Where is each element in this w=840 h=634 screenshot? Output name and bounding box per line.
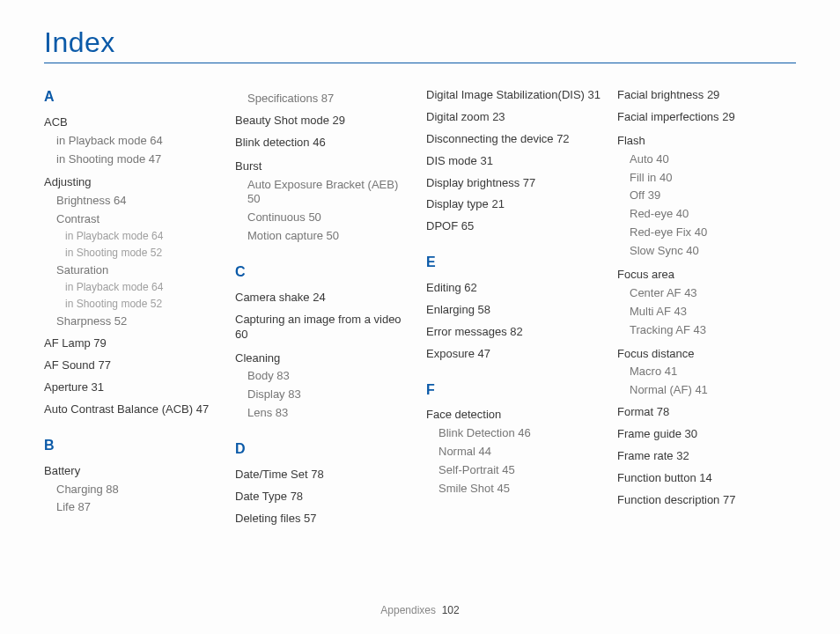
entry-specifications: Specifications 87: [235, 92, 414, 107]
entry-face-detection: Face detection: [426, 408, 605, 423]
entry-function-button: Function button 14: [617, 471, 796, 486]
entry-sharpness: Sharpness 52: [44, 314, 223, 329]
entry-burst: Burst: [235, 159, 414, 174]
entry-normal-af: Normal (AF) 41: [617, 383, 796, 398]
entry-saturation: Saturation: [44, 263, 223, 278]
entry-digital-zoom: Digital zoom 23: [426, 110, 605, 125]
entry-normal: Normal 44: [426, 445, 605, 460]
entry-flash-redeye-fix: Red-eye Fix 40: [617, 225, 796, 240]
entry-capture-image: Capturing an image from a video 60: [235, 313, 414, 343]
page-footer: Appendixes 102: [44, 595, 796, 616]
entry-contrast: Contrast: [44, 212, 223, 227]
index-columns: A ACB in Playback mode 64 in Shooting mo…: [44, 88, 796, 595]
page-title: Index: [44, 26, 796, 63]
letter-d: D: [235, 440, 414, 459]
entry-editing: Editing 62: [426, 281, 605, 296]
entry-smile-shot: Smile Shot 45: [426, 482, 605, 497]
entry-function-description: Function description 77: [617, 493, 796, 508]
entry-date-type: Date Type 78: [235, 490, 414, 505]
entry-enlarging: Enlarging 58: [426, 303, 605, 318]
entry-blink-detection: Blink detection 46: [235, 136, 414, 151]
entry-adjusting: Adjusting: [44, 175, 223, 190]
letter-a: A: [44, 88, 223, 107]
entry-contrast-playback: in Playback mode 64: [44, 230, 223, 244]
letter-f: F: [426, 381, 605, 400]
entry-display: Display 83: [235, 387, 414, 402]
entry-format: Format 78: [617, 405, 796, 420]
entry-error-messages: Error messages 82: [426, 325, 605, 340]
entry-acb-full: Auto Contrast Balance (ACB) 47: [44, 402, 223, 417]
entry-cleaning: Cleaning: [235, 351, 414, 366]
entry-disconnecting: Disconnecting the device 72: [426, 132, 605, 147]
entry-exposure: Exposure 47: [426, 347, 605, 362]
footer-section: Appendixes: [380, 604, 436, 616]
entry-dis-mode: DIS mode 31: [426, 154, 605, 169]
entry-macro: Macro 41: [617, 365, 796, 380]
entry-aperture: Aperture 31: [44, 380, 223, 395]
entry-flash-auto: Auto 40: [617, 152, 796, 167]
entry-multi-af: Multi AF 43: [617, 305, 796, 320]
index-page: Index A ACB in Playback mode 64 in Shoot…: [0, 0, 840, 634]
entry-saturation-shooting: in Shooting mode 52: [44, 298, 223, 312]
column-1: A ACB in Playback mode 64 in Shooting mo…: [44, 88, 223, 595]
entry-contrast-shooting: in Shooting mode 52: [44, 247, 223, 261]
entry-frame-guide: Frame guide 30: [617, 427, 796, 442]
column-3: Digital Image Stabilization(DIS) 31 Digi…: [426, 88, 605, 595]
entry-display-brightness: Display brightness 77: [426, 176, 605, 191]
column-4: Facial brightness 29 Facial imperfection…: [617, 88, 796, 595]
entry-frame-rate: Frame rate 32: [617, 449, 796, 464]
entry-lens: Lens 83: [235, 406, 414, 421]
entry-flash: Flash: [617, 134, 796, 149]
letter-b: B: [44, 437, 223, 455]
entry-continuous: Continuous 50: [235, 210, 414, 225]
entry-focus-area: Focus area: [617, 268, 796, 283]
entry-acb-shooting: in Shooting mode 47: [44, 152, 223, 167]
entry-life: Life 87: [44, 500, 223, 515]
entry-datetime-set: Date/Time Set 78: [235, 468, 414, 483]
entry-facial-imperfections: Facial imperfections 29: [617, 110, 796, 125]
entry-acb-playback: in Playback mode 64: [44, 134, 223, 149]
footer-page-number: 102: [442, 604, 460, 616]
entry-battery: Battery: [44, 464, 223, 479]
entry-dis: Digital Image Stabilization(DIS) 31: [426, 88, 605, 103]
column-2: Specifications 87 Beauty Shot mode 29 Bl…: [235, 88, 414, 595]
letter-c: C: [235, 263, 414, 282]
entry-deleting-files: Deleting files 57: [235, 512, 414, 527]
entry-brightness: Brightness 64: [44, 194, 223, 209]
entry-af-lamp: AF Lamp 79: [44, 336, 223, 351]
entry-flash-fillin: Fill in 40: [617, 171, 796, 186]
entry-flash-slowsync: Slow Sync 40: [617, 244, 796, 259]
entry-self-portrait: Self-Portrait 45: [426, 463, 605, 478]
entry-saturation-playback: in Playback mode 64: [44, 281, 223, 295]
letter-e: E: [426, 254, 605, 272]
entry-body: Body 83: [235, 369, 414, 384]
entry-aeb: Auto Exposure Bracket (AEB) 50: [235, 178, 414, 208]
entry-camera-shake: Camera shake 24: [235, 291, 414, 306]
entry-center-af: Center AF 43: [617, 286, 796, 301]
entry-display-type: Display type 21: [426, 197, 605, 212]
entry-tracking-af: Tracking AF 43: [617, 323, 796, 338]
entry-acb: ACB: [44, 115, 223, 130]
entry-charging: Charging 88: [44, 483, 223, 498]
entry-beauty-shot: Beauty Shot mode 29: [235, 114, 414, 129]
entry-blink-detection-sub: Blink Detection 46: [426, 426, 605, 441]
entry-facial-brightness: Facial brightness 29: [617, 88, 796, 103]
entry-af-sound: AF Sound 77: [44, 358, 223, 373]
entry-flash-redeye: Red-eye 40: [617, 207, 796, 222]
entry-focus-distance: Focus distance: [617, 347, 796, 362]
entry-dpof: DPOF 65: [426, 219, 605, 234]
entry-motion-capture: Motion capture 50: [235, 229, 414, 244]
entry-flash-off: Off 39: [617, 188, 796, 203]
